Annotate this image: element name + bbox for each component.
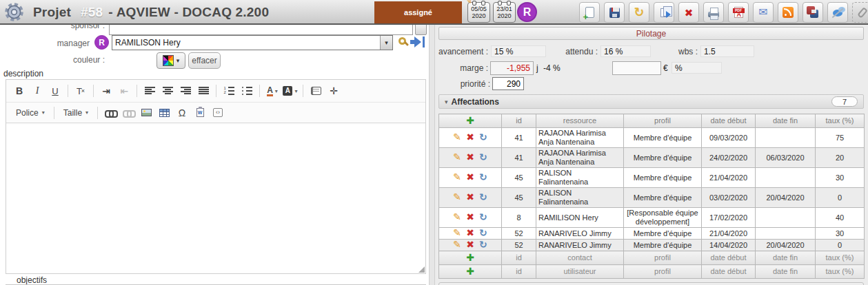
cell-ressource: RAJAONA Harimisa Anja Nantenaina (536, 128, 624, 148)
cell-date-fin (756, 168, 816, 188)
numbered-list-button[interactable] (221, 83, 237, 99)
edit-icon[interactable]: ✎ (453, 213, 461, 222)
chevron-down-icon[interactable] (380, 36, 392, 50)
clear-color-button[interactable]: effacer (188, 52, 221, 69)
cell-id: 41 (502, 148, 536, 168)
refresh-icon[interactable]: ↻ (479, 240, 487, 249)
rss-feed-button[interactable] (778, 2, 798, 23)
delete-icon[interactable]: ✖ (466, 229, 474, 237)
affectations-body: ✎ ✖ ↻ 41 RAJAONA Harimisa Anja Nantenain… (439, 128, 865, 251)
refresh-button[interactable]: ↻ (629, 2, 649, 23)
bold-button[interactable]: B (11, 83, 28, 99)
add-button[interactable]: ✚ (439, 265, 502, 279)
refresh-icon[interactable]: ↻ (479, 133, 487, 142)
next-section-header[interactable] (438, 282, 864, 285)
edit-icon[interactable]: ✎ (453, 229, 461, 237)
delete-button[interactable]: ✖ (678, 2, 699, 23)
show-blocks-button[interactable] (307, 83, 324, 99)
indent-decrease-button[interactable]: ⇤ (116, 83, 132, 99)
print-button[interactable] (703, 2, 724, 23)
search-icon[interactable] (398, 37, 406, 45)
maximize-button[interactable]: ✛ (325, 83, 342, 99)
description-textarea[interactable] (6, 125, 425, 273)
refresh-icon[interactable]: ↻ (479, 153, 487, 162)
save-button[interactable] (604, 2, 625, 23)
start-date-button[interactable]: ✎ 05/05 2020 (467, 2, 490, 23)
cell-taux: 20 (816, 148, 865, 168)
color-picker-button[interactable] (157, 52, 185, 69)
manager-avatar: R (94, 35, 109, 50)
special-char-button[interactable]: Ω (174, 105, 190, 121)
column-header-profil: profil (624, 114, 702, 128)
font-family-dropdown[interactable]: Police (12, 105, 49, 120)
unlink-button[interactable] (120, 105, 137, 121)
refresh-icon[interactable]: ↻ (479, 229, 487, 237)
remove-format-button[interactable]: T (72, 83, 89, 99)
go-to-record-icon[interactable] (414, 36, 421, 48)
cell-taux: 75 (816, 128, 865, 148)
font-size-dropdown[interactable]: Taille (59, 105, 92, 120)
end-date-day: 23/01 (496, 6, 512, 12)
affectations-section-header[interactable]: Affectations 7 (438, 94, 864, 109)
delete-icon[interactable]: ✖ (466, 133, 474, 142)
resize-handle[interactable] (418, 266, 425, 273)
email-button[interactable]: ✉ (753, 2, 774, 23)
pdf-export-button[interactable] (728, 2, 749, 23)
column-header-date-fin: date fin (756, 114, 816, 128)
delete-icon[interactable]: ✖ (466, 153, 474, 162)
cell-date-debut: 14/04/2020 (702, 240, 756, 251)
marge-days-input[interactable] (490, 61, 534, 75)
user-avatar[interactable]: R (517, 2, 537, 22)
refresh-icon[interactable]: ↻ (479, 173, 487, 182)
link-button[interactable] (102, 105, 119, 121)
add-button[interactable]: ✚ (439, 251, 502, 265)
sponsor-input[interactable] (109, 23, 413, 35)
table-button[interactable] (156, 105, 172, 121)
paste-word-button[interactable] (192, 105, 208, 121)
italic-icon: I (36, 86, 39, 96)
edit-icon[interactable]: ✎ (453, 133, 461, 142)
delete-icon[interactable]: ✖ (466, 213, 474, 222)
panel-splitter[interactable] (429, 25, 435, 285)
save-all-button[interactable] (803, 2, 823, 23)
italic-button[interactable]: I (29, 83, 46, 99)
text-color-button[interactable]: A (264, 83, 281, 99)
gear-icon[interactable] (4, 2, 24, 24)
bullet-list-button[interactable] (239, 83, 255, 99)
align-right-button[interactable] (177, 83, 194, 99)
print-icon (708, 12, 719, 17)
align-left-button[interactable] (141, 83, 158, 99)
image-button[interactable] (138, 105, 154, 121)
edit-icon[interactable]: ✎ (453, 173, 461, 182)
underline-button[interactable]: U (47, 83, 63, 99)
copy-button[interactable] (654, 2, 674, 23)
priorite-input[interactable] (492, 77, 524, 90)
bg-color-button[interactable]: A (282, 83, 299, 99)
indent-increase-button[interactable]: ⇥ (98, 83, 114, 99)
edit-icon[interactable]: ✎ (453, 153, 461, 162)
collapse-icon (445, 98, 448, 105)
edit-icon[interactable]: ✎ (453, 193, 461, 202)
delete-icon[interactable]: ✖ (466, 193, 474, 202)
sponsor-action-button[interactable] (415, 23, 427, 35)
pilotage-section-header[interactable]: Pilotage (438, 27, 864, 40)
refresh-icon[interactable]: ↻ (479, 193, 487, 202)
delete-icon[interactable]: ✖ (466, 173, 474, 182)
new-document-button[interactable] (579, 2, 600, 23)
cell-profil: Membre d'équipe (624, 228, 702, 240)
manager-input[interactable] (112, 36, 380, 50)
comments-off-button[interactable] (827, 2, 848, 23)
attachment-button[interactable] (852, 2, 868, 23)
align-center-button[interactable] (159, 83, 176, 99)
delete-icon[interactable]: ✖ (466, 240, 474, 249)
add-icon: ✚ (466, 266, 474, 277)
marge-euro-input[interactable] (612, 61, 661, 75)
align-justify-button[interactable] (195, 83, 212, 99)
start-date-year: 2020 (472, 12, 485, 19)
refresh-icon[interactable]: ↻ (479, 213, 487, 222)
toolbar-separator (303, 85, 303, 97)
end-date-button[interactable]: 23/01 2020 (493, 2, 516, 23)
source-button[interactable] (210, 105, 226, 121)
edit-icon[interactable]: ✎ (453, 240, 461, 249)
add-affectation-button[interactable]: ✚ (439, 114, 502, 128)
